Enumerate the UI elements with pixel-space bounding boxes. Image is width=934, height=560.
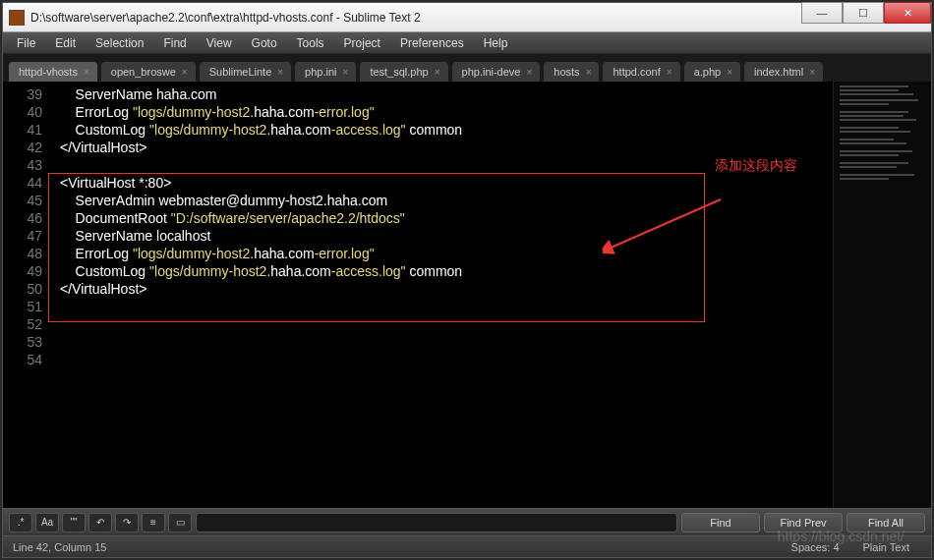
annotation-text: 添加这段内容 — [715, 156, 797, 174]
code-line[interactable] — [60, 333, 833, 351]
tab-close-icon[interactable]: × — [182, 67, 188, 78]
line-number: 53 — [3, 333, 42, 351]
maximize-button[interactable]: ☐ — [843, 2, 884, 24]
line-number: 42 — [3, 139, 42, 156]
code-line[interactable]: ErrorLog "logs/dummy-host2.haha.com-erro… — [60, 103, 833, 121]
tab-close-icon[interactable]: × — [84, 67, 89, 78]
tab-close-icon[interactable]: × — [727, 67, 732, 78]
find-option[interactable]: .* — [9, 513, 32, 532]
line-number: 44 — [3, 174, 42, 192]
line-number: 49 — [3, 262, 42, 280]
find-button[interactable]: Find — [681, 513, 760, 532]
tab-label: open_broswe — [111, 66, 176, 78]
tab-label: httpd-vhosts — [19, 66, 78, 78]
window-title: D:\software\server\apache2.2\conf\extra\… — [30, 11, 801, 25]
find-prev-button[interactable]: Find Prev — [764, 513, 843, 532]
code-line[interactable]: ErrorLog "logs/dummy-host2.haha.com-erro… — [60, 245, 833, 262]
titlebar[interactable]: D:\software\server\apache2.2\conf\extra\… — [3, 3, 931, 32]
code-line[interactable]: </VirtualHost> — [60, 139, 833, 156]
line-number: 48 — [3, 245, 42, 262]
status-position[interactable]: Line 42, Column 15 — [13, 541, 780, 553]
tab-label: php.ini — [305, 66, 336, 78]
line-number: 51 — [3, 298, 42, 315]
code-line[interactable] — [60, 315, 833, 333]
tab-php-ini[interactable]: php.ini× — [295, 62, 356, 82]
menu-edit[interactable]: Edit — [45, 34, 86, 52]
tab-label: httpd.conf — [613, 66, 660, 78]
app-icon — [9, 10, 25, 26]
code-line[interactable]: ServerAdmin webmaster@dummy-host2.haha.c… — [60, 192, 833, 209]
tab-close-icon[interactable]: × — [435, 67, 440, 78]
menu-help[interactable]: Help — [474, 34, 518, 52]
line-number: 41 — [3, 121, 42, 139]
tab-open-broswe[interactable]: open_broswe× — [101, 62, 196, 82]
menu-selection[interactable]: Selection — [86, 34, 153, 52]
menu-find[interactable]: Find — [153, 34, 196, 52]
statusbar: Line 42, Column 15 Spaces: 4 Plain Text — [3, 535, 931, 557]
window-buttons: — ☐ ✕ — [801, 3, 931, 31]
tab-close-icon[interactable]: × — [809, 67, 815, 78]
find-option[interactable]: ↶ — [88, 513, 112, 532]
tab-hosts[interactable]: hosts× — [544, 62, 599, 82]
status-spaces[interactable]: Spaces: 4 — [780, 541, 851, 553]
tab-label: a.php — [694, 66, 722, 78]
menu-preferences[interactable]: Preferences — [390, 34, 474, 52]
menu-view[interactable]: View — [197, 34, 242, 52]
code-line[interactable]: <VirtualHost *:80> — [60, 174, 833, 192]
menu-tools[interactable]: Tools — [287, 34, 334, 52]
minimize-button[interactable]: — — [801, 2, 843, 24]
tab-test-sql-php[interactable]: test_sql.php× — [360, 62, 447, 82]
line-number: 45 — [3, 192, 42, 209]
find-bar: .*Aa""↶↷≡▭ Find Find Prev Find All — [3, 508, 931, 535]
tab-label: test_sql.php — [370, 66, 428, 78]
tab-httpd-vhosts[interactable]: httpd-vhosts× — [9, 62, 97, 82]
line-number: 50 — [3, 280, 42, 298]
line-number: 47 — [3, 227, 42, 245]
tab-close-icon[interactable]: × — [277, 67, 283, 78]
line-number: 40 — [3, 103, 42, 121]
line-number: 52 — [3, 315, 42, 333]
find-option[interactable]: ↷ — [115, 513, 139, 532]
line-number: 39 — [3, 85, 42, 103]
code-line[interactable] — [60, 298, 833, 315]
code-line[interactable]: ServerName haha.com — [60, 85, 833, 103]
menu-goto[interactable]: Goto — [242, 34, 287, 52]
find-option[interactable]: ≡ — [142, 513, 165, 532]
line-gutter: 39404142434445464748495051525354 — [3, 82, 52, 508]
minimap[interactable] — [833, 82, 931, 508]
find-input[interactable] — [196, 513, 677, 532]
close-button[interactable]: ✕ — [884, 2, 931, 24]
menu-project[interactable]: Project — [334, 34, 390, 52]
tab-label: SublimeLinte — [209, 66, 272, 78]
code-content[interactable]: ServerName haha.com ErrorLog "logs/dummy… — [52, 82, 833, 508]
line-number: 54 — [3, 351, 42, 368]
tab-index-html[interactable]: index.html× — [744, 62, 823, 82]
line-number: 46 — [3, 209, 42, 227]
tab-label: hosts — [554, 66, 579, 78]
code-line[interactable] — [60, 351, 833, 368]
find-option[interactable]: ▭ — [168, 513, 192, 532]
app-window: D:\software\server\apache2.2\conf\extra\… — [2, 2, 932, 558]
code-line[interactable]: DocumentRoot "D:/software/server/apache2… — [60, 209, 833, 227]
line-number: 43 — [3, 156, 42, 174]
code-line[interactable]: CustomLog "logs/dummy-host2.haha.com-acc… — [60, 262, 833, 280]
tab-php-ini-deve[interactable]: php.ini-deve× — [452, 62, 541, 82]
menu-file[interactable]: File — [7, 34, 45, 52]
find-option[interactable]: "" — [62, 513, 86, 532]
tab-label: php.ini-deve — [462, 66, 521, 78]
tab-close-icon[interactable]: × — [586, 67, 592, 78]
status-syntax[interactable]: Plain Text — [851, 541, 922, 553]
code-line[interactable]: </VirtualHost> — [60, 280, 833, 298]
tabbar: httpd-vhosts×open_broswe×SublimeLinte×ph… — [3, 54, 931, 82]
tab-a-php[interactable]: a.php× — [684, 62, 740, 82]
editor-area: 39404142434445464748495051525354 ServerN… — [3, 82, 931, 508]
tab-close-icon[interactable]: × — [343, 67, 349, 78]
tab-httpd-conf[interactable]: httpd.conf× — [603, 62, 679, 82]
code-line[interactable]: CustomLog "logs/dummy-host2.haha.com-acc… — [60, 121, 833, 139]
find-option[interactable]: Aa — [35, 513, 59, 532]
find-all-button[interactable]: Find All — [846, 513, 925, 532]
tab-sublimelinte[interactable]: SublimeLinte× — [200, 62, 291, 82]
code-line[interactable]: ServerName localhost — [60, 227, 833, 245]
tab-close-icon[interactable]: × — [526, 67, 532, 78]
tab-close-icon[interactable]: × — [667, 67, 672, 78]
